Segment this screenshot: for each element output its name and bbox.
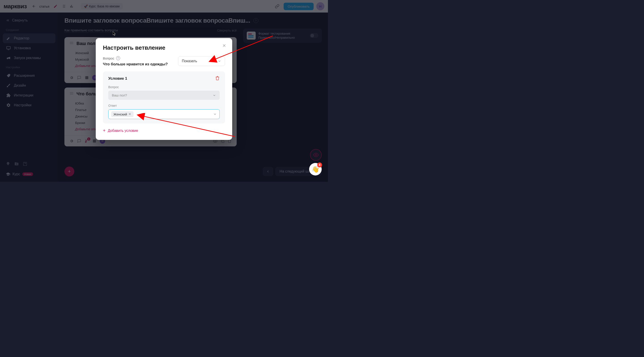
chevrons-left-icon xyxy=(6,18,10,22)
drag-handle-icon[interactable] xyxy=(69,91,74,97)
svg-rect-8 xyxy=(72,7,73,8)
comment-icon[interactable] xyxy=(77,76,82,80)
brush-icon xyxy=(6,83,11,88)
condition-title: Условие 1 xyxy=(108,76,127,81)
format-icon xyxy=(247,32,256,40)
comment-icon[interactable] xyxy=(77,139,82,143)
badge-new: Новая xyxy=(22,172,33,176)
rocket-icon: 🚀 xyxy=(84,5,88,8)
project-name[interactable]: статья xyxy=(39,5,50,8)
pencil-icon[interactable] xyxy=(52,3,59,10)
sidebar-item-label: Интеграции xyxy=(14,93,33,97)
puzzle-icon xyxy=(6,93,11,98)
image-icon[interactable] xyxy=(84,76,89,80)
format-toggle[interactable] xyxy=(310,33,318,38)
svg-rect-6 xyxy=(70,6,71,8)
format-text: Формат тестирования Правильно/Неправильн… xyxy=(258,32,295,40)
sidebar-item-design[interactable]: Дизайн xyxy=(3,81,56,90)
svg-rect-12 xyxy=(85,76,88,79)
branch-icon[interactable]: 1 xyxy=(84,139,89,143)
sidebar-item-label: Настройки xyxy=(14,103,31,107)
svg-point-16 xyxy=(315,154,316,156)
chat-badge: 8 xyxy=(317,163,322,167)
sidebar-item-label: Установка xyxy=(14,46,31,50)
list-icon[interactable] xyxy=(60,3,67,10)
show-select-value: Показать xyxy=(182,59,197,63)
sidebar-section-settings: Настройки xyxy=(3,66,56,69)
right-panel: Формат тестирования Правильно/Неправильн… xyxy=(243,29,322,43)
sidebar-item-editor[interactable]: Редактор xyxy=(3,33,56,43)
megaphone-icon xyxy=(6,56,11,60)
add-condition-label: Добавить условие xyxy=(108,129,138,133)
pencil-icon xyxy=(6,36,11,41)
plus-icon: + xyxy=(103,128,106,133)
help-icon[interactable] xyxy=(23,162,27,167)
gear-icon[interactable] xyxy=(69,139,74,143)
chip-remove-icon[interactable]: ✕ xyxy=(128,112,131,116)
sidebar-item-install[interactable]: Установка xyxy=(3,43,56,53)
sidebar-course-label: Курс xyxy=(12,172,20,176)
modal-question-text: Что больше нравится из одежды? xyxy=(103,62,168,67)
sidebar-item-settings[interactable]: Настройки xyxy=(3,100,56,110)
help-link[interactable]: Как правильно составить вопросы xyxy=(64,28,118,33)
svg-point-14 xyxy=(215,141,216,142)
folder-plus-icon[interactable] xyxy=(14,162,19,167)
condition-question-select[interactable]: Ваш пол? xyxy=(108,91,220,100)
sidebar-course[interactable]: Курс Новая xyxy=(3,170,56,178)
preview-fab[interactable] xyxy=(310,149,322,161)
svg-rect-9 xyxy=(7,47,10,49)
sidebar-item-ads[interactable]: Запуск рекламы xyxy=(3,53,56,63)
show-select[interactable]: Показать xyxy=(178,56,225,66)
branching-modal: ✕ Настроить ветвление Вопрос ? Что больш… xyxy=(96,38,232,140)
collapse-all[interactable]: Свернуть всё xyxy=(217,29,237,32)
sidebar-collapse[interactable]: Свернуть xyxy=(3,17,56,24)
close-icon[interactable]: ✕ xyxy=(221,43,227,49)
condition-question-label: Вопрос xyxy=(108,85,220,89)
image-icon[interactable] xyxy=(92,139,97,143)
avatar[interactable]: Н xyxy=(316,2,324,10)
condition-block: Условие 1 Вопрос Ваш пол? Ответ Женский … xyxy=(103,71,225,124)
sidebar-item-label: Запуск рекламы xyxy=(14,56,41,60)
app-header: марквиз статья 🚀 Курс: База по квизам Оп… xyxy=(0,0,328,13)
sidebar-item-extensions[interactable]: Расширения xyxy=(3,71,56,81)
back-button[interactable] xyxy=(30,3,38,10)
help-circle-icon[interactable]: ? xyxy=(254,18,258,23)
condition-answer-label: Ответ xyxy=(108,104,220,107)
condition-question-value: Ваш пол? xyxy=(112,93,127,97)
question-title[interactable]: Ваш пол? xyxy=(76,41,98,46)
branch-badge: 1 xyxy=(87,137,90,141)
answer-chip: Женский ✕ xyxy=(111,111,134,117)
course-button-label: Курс: База по квизам xyxy=(89,5,120,8)
chevron-down-icon xyxy=(213,112,217,116)
format-line1: Формат тестирования xyxy=(258,32,295,36)
gear-icon xyxy=(6,103,11,107)
condition-answer-select[interactable]: Женский ✕ xyxy=(108,109,220,119)
svg-rect-7 xyxy=(71,5,72,8)
sidebar-section-create: Создание xyxy=(3,28,56,32)
stats-icon[interactable] xyxy=(68,3,76,10)
sidebar: Свернуть Создание Редактор Установка Зап… xyxy=(0,13,58,182)
graduation-icon xyxy=(6,172,10,176)
modal-title: Настроить ветвление xyxy=(103,44,225,51)
help-circle-icon[interactable]: ? xyxy=(116,56,120,60)
link-icon[interactable] xyxy=(273,3,281,10)
add-condition[interactable]: + Добавить условие xyxy=(103,128,225,133)
chat-fab[interactable]: 👋 8 xyxy=(309,163,322,175)
chevron-down-icon xyxy=(218,59,221,63)
sidebar-item-label: Расширения xyxy=(14,74,35,78)
page-title[interactable]: Впишите загловок вопросаВпишите загловок… xyxy=(64,17,250,24)
svg-rect-13 xyxy=(93,139,96,143)
drag-handle-icon[interactable] xyxy=(69,41,74,46)
sidebar-item-label: Редактор xyxy=(14,36,29,40)
format-line2: Правильно/Неправильно xyxy=(258,36,295,40)
answer-chip-label: Женский xyxy=(114,112,127,116)
publish-button[interactable]: Опубликовать xyxy=(284,3,314,10)
monitor-icon xyxy=(6,46,11,50)
gear-icon[interactable] xyxy=(69,76,74,80)
modal-question-label: Вопрос ? xyxy=(103,56,168,60)
trash-icon[interactable] xyxy=(215,76,220,81)
course-button[interactable]: 🚀 Курс: База по квизам xyxy=(81,3,123,10)
lightbulb-icon[interactable] xyxy=(6,162,10,167)
sidebar-item-integrations[interactable]: Интеграции xyxy=(3,90,56,100)
sidebar-item-label: Дизайн xyxy=(14,84,26,88)
